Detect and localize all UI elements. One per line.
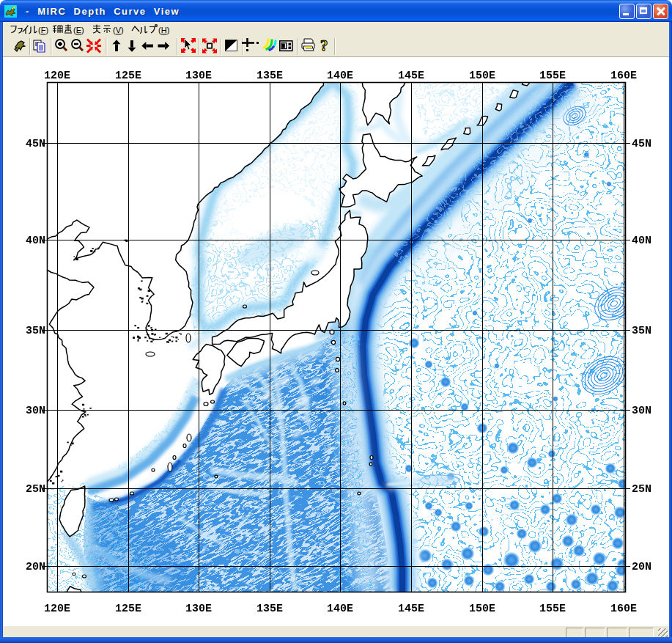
svg-text:35N: 35N: [632, 325, 651, 337]
svg-text:160E: 160E: [610, 603, 637, 615]
svg-text:45N: 45N: [632, 138, 651, 150]
svg-text:(F): (F): [38, 26, 48, 34]
svg-text:45N: 45N: [26, 138, 45, 150]
svg-text:120E: 120E: [44, 70, 70, 82]
svg-text:125E: 125E: [115, 603, 141, 615]
svg-text:30N: 30N: [26, 405, 45, 417]
svg-text:(V): (V): [113, 26, 124, 34]
svg-text:135E: 135E: [256, 603, 283, 615]
svg-text:135E: 135E: [256, 70, 283, 82]
svg-text:145E: 145E: [398, 603, 424, 615]
svg-text:(E): (E): [73, 26, 84, 34]
svg-text:120E: 120E: [44, 603, 70, 615]
svg-text:?: ?: [320, 37, 328, 54]
svg-text:(H): (H): [158, 26, 169, 34]
svg-text:150E: 150E: [469, 603, 495, 615]
svg-text:40N: 40N: [632, 235, 651, 247]
svg-text:20N: 20N: [26, 561, 45, 573]
svg-text:155E: 155E: [539, 603, 566, 615]
svg-text:150E: 150E: [469, 70, 495, 82]
svg-text:130E: 130E: [185, 70, 212, 82]
svg-text:30N: 30N: [632, 405, 651, 417]
svg-text:140E: 140E: [327, 603, 353, 615]
svg-text:25N: 25N: [632, 483, 651, 496]
svg-text:20N: 20N: [632, 561, 651, 573]
svg-text:145E: 145E: [398, 70, 424, 82]
svg-text:160E: 160E: [610, 70, 637, 82]
svg-text:140E: 140E: [327, 70, 353, 82]
svg-text:25N: 25N: [26, 483, 45, 496]
svg-text:35N: 35N: [26, 325, 45, 337]
svg-text:125E: 125E: [115, 70, 141, 82]
svg-text:130E: 130E: [185, 603, 212, 615]
svg-text:40N: 40N: [26, 235, 45, 247]
svg-text:155E: 155E: [539, 70, 566, 82]
